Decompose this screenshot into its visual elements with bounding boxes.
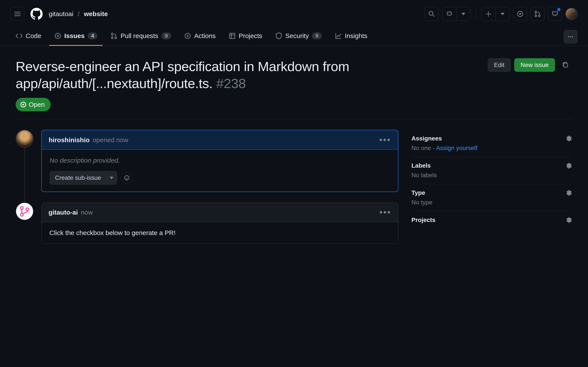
graph-icon xyxy=(335,32,342,39)
comment-time: now xyxy=(81,209,93,216)
nav-security-label: Security xyxy=(285,32,309,40)
nav-security-count: 9 xyxy=(312,32,322,39)
chevron-down-icon xyxy=(462,13,465,15)
nav-insights[interactable]: Insights xyxy=(330,28,372,46)
comment-card: gitauto-ai now ••• Click the checkbox be… xyxy=(41,202,398,244)
nav-actions[interactable]: Actions xyxy=(179,28,221,46)
comment-author[interactable]: gitauto-ai xyxy=(49,209,78,216)
nav-projects[interactable]: Projects xyxy=(224,28,268,46)
svg-point-6 xyxy=(57,35,59,37)
create-sub-issue-button[interactable]: Create sub-issue xyxy=(50,171,117,184)
svg-point-12 xyxy=(568,36,569,37)
comment-card: hiroshinishio opened now ••• No descript… xyxy=(41,130,398,192)
nav-prs-label: Pull requests xyxy=(120,32,158,40)
sidebar-type: Type No type xyxy=(412,184,572,211)
create-new-button[interactable] xyxy=(481,7,495,21)
assign-yourself-link[interactable]: Assign yourself xyxy=(436,145,478,151)
copilot-dropdown[interactable] xyxy=(456,7,470,21)
create-new-dropdown[interactable] xyxy=(496,7,510,21)
user-avatar[interactable] xyxy=(565,8,578,20)
comment-body: Click the checkbox below to generate a P… xyxy=(42,222,398,243)
svg-point-17 xyxy=(22,104,24,105)
issue-state-badge: Open xyxy=(16,98,51,111)
git-pull-request-icon xyxy=(534,10,541,17)
nav-prs-count: 9 xyxy=(161,32,171,39)
global-header: gitautoai / website xyxy=(0,0,588,26)
notifications-button[interactable] xyxy=(548,7,562,21)
svg-point-8 xyxy=(111,37,113,39)
copilot-button[interactable] xyxy=(442,7,456,21)
nav-issues[interactable]: Issues 4 xyxy=(49,28,103,46)
comment-author-avatar[interactable] xyxy=(16,130,34,148)
create-sub-issue-dropdown[interactable] xyxy=(106,171,117,184)
issue-sidebar: Assignees No one - Assign yourself Label… xyxy=(412,130,572,244)
svg-point-20 xyxy=(127,177,128,178)
copilot-button-group[interactable] xyxy=(442,7,470,21)
nav-projects-label: Projects xyxy=(239,32,262,40)
svg-point-2 xyxy=(535,11,537,13)
sidebar-type-text: No type xyxy=(412,199,572,206)
search-button[interactable] xyxy=(425,7,439,21)
svg-point-22 xyxy=(20,213,23,216)
new-issue-button[interactable]: New issue xyxy=(514,58,555,72)
gear-icon[interactable] xyxy=(566,190,572,196)
svg-point-1 xyxy=(519,13,521,15)
comment-actions-menu[interactable]: ••• xyxy=(379,208,391,217)
nav-pull-requests[interactable]: Pull requests 9 xyxy=(105,28,176,46)
svg-rect-11 xyxy=(230,33,235,39)
chevron-down-icon xyxy=(109,177,114,179)
comment-actions-menu[interactable]: ••• xyxy=(379,135,391,145)
table-icon xyxy=(229,32,236,39)
issue-state-label: Open xyxy=(29,101,45,108)
nav-code[interactable]: Code xyxy=(10,28,47,46)
svg-point-9 xyxy=(115,37,117,39)
sidebar-assignees-body: No one - Assign yourself xyxy=(412,145,572,151)
search-icon xyxy=(428,10,435,17)
sidebar-projects-title: Projects xyxy=(412,217,436,224)
nav-security[interactable]: Security 9 xyxy=(270,28,327,46)
sidebar-assignees: Assignees No one - Assign yourself xyxy=(412,130,572,157)
nav-issues-count: 4 xyxy=(88,32,97,39)
comment-body: No description provided. xyxy=(42,150,398,171)
sidebar-labels: Labels No labels xyxy=(412,157,572,184)
breadcrumb-owner[interactable]: gitautoai xyxy=(49,10,73,18)
edit-button[interactable]: Edit xyxy=(488,58,511,72)
play-icon xyxy=(184,32,191,39)
sidebar-projects: Projects xyxy=(412,211,572,231)
sidebar-labels-title: Labels xyxy=(412,162,431,169)
breadcrumb-repo[interactable]: website xyxy=(84,10,108,18)
github-logo[interactable] xyxy=(30,7,43,21)
sidebar-labels-text: No labels xyxy=(412,172,572,179)
git-branch-icon xyxy=(19,206,30,217)
add-reaction-button[interactable] xyxy=(121,172,133,184)
gear-icon[interactable] xyxy=(566,135,572,142)
comment-time: opened now xyxy=(93,136,128,144)
pull-requests-menu-button[interactable] xyxy=(531,7,545,21)
create-new-button-group[interactable] xyxy=(481,7,510,21)
svg-point-13 xyxy=(570,36,571,37)
comment-author-avatar[interactable] xyxy=(16,202,34,220)
nav-issues-label: Issues xyxy=(64,32,84,40)
smiley-icon xyxy=(124,175,130,181)
github-mark-icon xyxy=(30,8,43,20)
hamburger-icon xyxy=(14,10,21,17)
git-pull-request-icon xyxy=(110,32,118,39)
hamburger-menu-button[interactable] xyxy=(10,7,24,21)
chevron-down-icon xyxy=(501,13,504,15)
kebab-horizontal-icon xyxy=(568,34,574,40)
issue-number: #238 xyxy=(216,76,246,91)
svg-point-7 xyxy=(111,33,113,35)
gear-icon[interactable] xyxy=(566,162,572,169)
svg-point-3 xyxy=(535,15,537,17)
issues-menu-button[interactable] xyxy=(513,7,527,21)
svg-point-21 xyxy=(20,207,23,209)
issue-open-icon xyxy=(20,101,26,108)
comment-header: hiroshinishio opened now ••• xyxy=(42,130,398,150)
nav-overflow-button[interactable] xyxy=(564,30,578,43)
shield-icon xyxy=(275,32,282,39)
gear-icon[interactable] xyxy=(566,217,572,223)
comment-author[interactable]: hiroshinishio xyxy=(49,136,90,144)
repo-nav: Code Issues 4 Pull requests 9 Actions Pr… xyxy=(0,26,588,46)
copy-link-button[interactable] xyxy=(558,58,572,72)
nav-actions-label: Actions xyxy=(194,32,216,40)
